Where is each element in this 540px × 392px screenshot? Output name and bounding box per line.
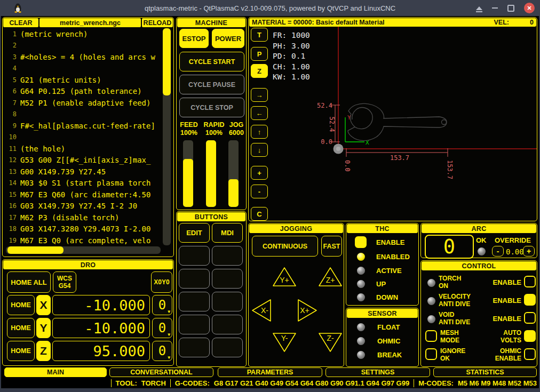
arc-override-plus-button[interactable]: + xyxy=(523,246,535,257)
gcode-line[interactable]: 13 G00 X149.739 Y27.45 xyxy=(5,166,161,178)
gcode-horizontal-scrollbar[interactable] xyxy=(6,246,161,254)
zero-z-button[interactable]: 0▼ xyxy=(152,341,172,361)
minimize-button-icon[interactable] xyxy=(492,7,498,9)
user-button-empty[interactable] xyxy=(212,315,243,334)
gcode-line[interactable]: 8 xyxy=(5,109,161,121)
torch-enable-checkbox[interactable] xyxy=(524,276,536,287)
jog-speed-slider[interactable] xyxy=(228,140,239,207)
jog-fast-button[interactable]: FAST xyxy=(321,236,342,257)
ignore-ok-checkbox[interactable] xyxy=(425,348,437,360)
jog-z-plus-button[interactable]: Z+ xyxy=(318,267,343,287)
gcode-line[interactable]: 14 M03 $0 S1 (start plasma torch xyxy=(5,178,161,189)
app-window: qtplasmac-metric - QtPlasmaC v2.10-009.0… xyxy=(0,0,540,392)
thc-enable-checkbox[interactable] xyxy=(355,236,367,248)
user-button-empty[interactable] xyxy=(212,338,243,357)
gcode-line[interactable]: 10 xyxy=(5,132,161,143)
preview-p-button[interactable]: P xyxy=(251,47,268,61)
tab-settings[interactable]: SETTINGS xyxy=(325,367,430,377)
home-y-button[interactable]: HOME xyxy=(7,318,35,338)
gcode-line[interactable]: 9 F#<_hal[plasmac.cut-feed-rate] xyxy=(5,120,161,132)
gcode-line-number: 9 xyxy=(5,122,17,130)
zero-y-button[interactable]: 0▼ xyxy=(152,318,172,338)
gcode-line[interactable]: 6 G64 P0.125 (path tolerance) xyxy=(5,86,161,98)
clear-view-button[interactable]: C xyxy=(251,207,268,221)
jog-z-minus-button[interactable]: Z- xyxy=(318,332,343,353)
velocity-enable-checkbox[interactable] xyxy=(524,294,536,306)
pan-right-button[interactable]: → xyxy=(251,88,268,102)
restore-button-icon[interactable] xyxy=(507,5,514,12)
ohmic-enable-checkbox[interactable] xyxy=(524,348,536,360)
user-button-empty[interactable] xyxy=(179,338,210,357)
estop-button[interactable]: ESTOP xyxy=(179,29,209,48)
pan-left-button[interactable]: ← xyxy=(251,106,268,120)
jog-mode-continuous-button[interactable]: CONTINUOUS xyxy=(252,236,318,257)
gcode-vertical-scrollbar[interactable] xyxy=(163,28,171,245)
user-button-empty[interactable] xyxy=(179,269,210,289)
preview-z-button[interactable]: Z xyxy=(251,64,268,78)
tab-conversational[interactable]: CONVERSATIONAL xyxy=(109,367,213,377)
gcode-line[interactable]: 19 M67 E3 Q0 (arc complete, velo xyxy=(5,235,161,246)
axis-y-button[interactable]: Y xyxy=(36,318,51,338)
gcode-line[interactable]: 18 G03 X147.3280 Y29.4073 I-2.00 xyxy=(5,223,161,235)
mesh-mode-checkbox[interactable] xyxy=(425,330,437,342)
rapid-override-slider[interactable] xyxy=(206,140,216,207)
user-button-empty[interactable] xyxy=(212,246,243,266)
gcode-line[interactable]: 3 #<holes> = 4 (holes and arcs w xyxy=(5,51,161,63)
user-button-empty[interactable] xyxy=(212,292,243,311)
break-led xyxy=(357,351,365,359)
user-button-empty[interactable] xyxy=(179,315,210,334)
jog-x-minus-button[interactable]: X- xyxy=(251,298,272,323)
jog-y-plus-button[interactable]: Y+ xyxy=(272,267,297,287)
preview-t-button[interactable]: T xyxy=(251,28,268,42)
material-selector[interactable]: MATERIAL = 00000: Basic default Material… xyxy=(249,18,536,27)
gcode-line[interactable]: 5 G21 (metric units) xyxy=(5,74,161,86)
gcode-line[interactable]: 17 M62 P3 (disable torch) xyxy=(5,212,161,223)
jog-x-plus-button[interactable]: X+ xyxy=(297,298,318,323)
gcode-line[interactable]: 16 G03 X149.739 Y27.45 I-2 J0 xyxy=(5,201,161,212)
home-z-button[interactable]: HOME xyxy=(7,341,35,361)
gcode-reload-button[interactable]: RELOAD xyxy=(142,18,173,27)
cycle-start-button[interactable]: CYCLE START xyxy=(179,52,244,71)
home-x-button[interactable]: HOME xyxy=(7,295,35,315)
pan-up-button[interactable]: ↑ xyxy=(251,125,268,139)
pan-down-button[interactable]: ↓ xyxy=(251,143,268,157)
gcode-vscroll-thumb[interactable] xyxy=(163,28,171,95)
gcode-line[interactable]: 2 xyxy=(5,40,161,52)
cycle-pause-button[interactable]: CYCLE PAUSE xyxy=(179,75,244,94)
arc-override-minus-button[interactable]: - xyxy=(492,246,504,257)
cycle-stop-button[interactable]: CYCLE STOP xyxy=(179,98,244,117)
tab-main[interactable]: MAIN xyxy=(4,367,107,377)
home-all-button[interactable]: HOME ALL xyxy=(7,271,51,293)
gcode-line[interactable]: 11 (the hole) xyxy=(5,143,161,155)
shade-button-icon[interactable] xyxy=(476,6,482,10)
zoom-out-button[interactable]: - xyxy=(251,185,268,198)
zoom-in-button[interactable]: + xyxy=(251,166,268,180)
gcode-display[interactable]: 1 (metric wrench) 2 3 #<holes> = 4 (hole… xyxy=(5,28,161,246)
axis-z-button[interactable]: Z xyxy=(36,341,51,361)
tab-parameters[interactable]: PARAMETERS xyxy=(218,367,322,377)
power-button[interactable]: POWER xyxy=(212,29,244,48)
axis-x-button[interactable]: X xyxy=(36,295,51,315)
user-button-empty[interactable] xyxy=(212,269,243,289)
mdi-button[interactable]: MDI xyxy=(212,223,243,243)
tab-statistics[interactable]: STATISTICS xyxy=(433,367,537,377)
auto-volts-checkbox[interactable] xyxy=(524,330,536,342)
zero-x-button[interactable]: 0▼ xyxy=(152,295,172,315)
x0y0-button[interactable]: X0Y0 xyxy=(151,271,172,293)
gcode-line[interactable]: 4 xyxy=(5,63,161,75)
wcs-button[interactable]: WCSG54 xyxy=(53,271,76,293)
gcode-line[interactable]: 15 M67 E3 Q60 (arc diameter:4.50 xyxy=(5,189,161,201)
gcode-line[interactable]: 7 M52 P1 (enable adaptive feed) xyxy=(5,97,161,109)
close-button[interactable]: ✕ xyxy=(524,3,535,13)
jog-y-minus-button[interactable]: Y- xyxy=(272,332,297,353)
gcode-line[interactable]: 1 (metric wrench) xyxy=(5,28,161,40)
user-button-empty[interactable] xyxy=(179,292,210,311)
gcode-line-number: 1 xyxy=(5,30,17,38)
user-button-empty[interactable] xyxy=(179,246,210,266)
void-enable-checkbox[interactable] xyxy=(524,312,536,324)
gcode-hscroll-thumb[interactable] xyxy=(7,246,63,254)
gcode-clear-button[interactable]: CLEAR xyxy=(3,18,38,27)
feed-override-slider[interactable] xyxy=(183,140,193,207)
gcode-line[interactable]: 12 G53 G00 Z[[#<_ini[axis_z]max_ xyxy=(5,155,161,166)
edit-button[interactable]: EDIT xyxy=(179,223,210,243)
